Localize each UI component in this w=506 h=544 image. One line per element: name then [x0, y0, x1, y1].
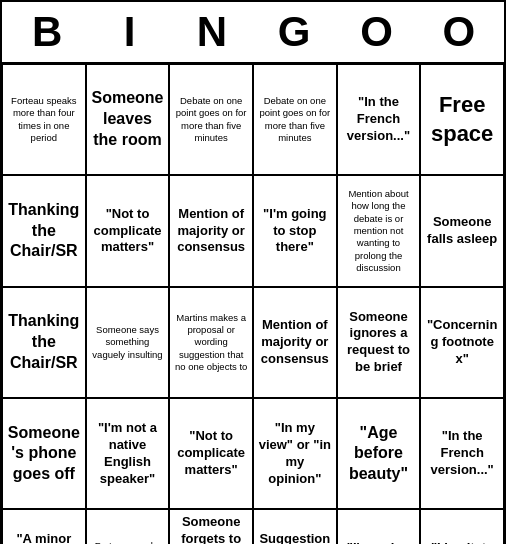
cell-29: "I hesitate to intervene": [420, 509, 504, 544]
cell-28: "I'm going to stop there": [337, 509, 421, 544]
cell-6: Thanking the Chair/SR: [2, 175, 86, 286]
title-letter-B-0: B: [12, 8, 82, 56]
cell-16: Someone ignores a request to be brief: [337, 287, 421, 398]
title-letter-O-5: O: [424, 8, 494, 56]
cell-13: Someone says something vaguely insulting: [86, 287, 170, 398]
bingo-card: BINGOO Forteau speaks more than four tim…: [0, 0, 506, 544]
cell-10: Mention about how long the debate is or …: [337, 175, 421, 286]
title-letter-N-2: N: [177, 8, 247, 56]
cell-15: Mention of majority or consensus: [253, 287, 337, 398]
cell-4: "In the French version...": [337, 64, 421, 175]
cell-18: Someone's phone goes off: [2, 398, 86, 509]
cell-21: "In my view" or "in my opinion": [253, 398, 337, 509]
cell-26: Someone forgets to turn on their microph…: [169, 509, 253, 544]
title-letter-G-3: G: [259, 8, 329, 56]
cell-1: Someone leaves the room: [86, 64, 170, 175]
cell-11: Someone falls asleep: [420, 175, 504, 286]
cell-22: "Age before beauty": [337, 398, 421, 509]
cell-3: Debate on one point goes on for more tha…: [253, 64, 337, 175]
title-letter-O-4: O: [341, 8, 411, 56]
cell-9: "I'm going to stop there": [253, 175, 337, 286]
cell-19: "I'm not a native English speaker": [86, 398, 170, 509]
cell-14: Martins makes a proposal or wording sugg…: [169, 287, 253, 398]
cell-25: Forteau speaks more than four times in o…: [86, 509, 170, 544]
bingo-title: BINGOO: [2, 2, 504, 64]
cell-23: "In the French version...": [420, 398, 504, 509]
cell-12: Thanking the Chair/SR: [2, 287, 86, 398]
cell-7: "Not to complicate matters": [86, 175, 170, 286]
bingo-grid: Forteau speaks more than four times in o…: [2, 64, 504, 544]
cell-17: "Concerning footnote x": [420, 287, 504, 398]
cell-2: Debate on one point goes on for more tha…: [169, 64, 253, 175]
cell-27: Suggestions with multiple parts: [253, 509, 337, 544]
cell-24: "A minor point" or some variation: [2, 509, 86, 544]
cell-8: Mention of majority or consensus: [169, 175, 253, 286]
title-letter-I-1: I: [94, 8, 164, 56]
cell-0: Forteau speaks more than four times in o…: [2, 64, 86, 175]
cell-5: Free space: [420, 64, 504, 175]
cell-20: "Not to complicate matters": [169, 398, 253, 509]
